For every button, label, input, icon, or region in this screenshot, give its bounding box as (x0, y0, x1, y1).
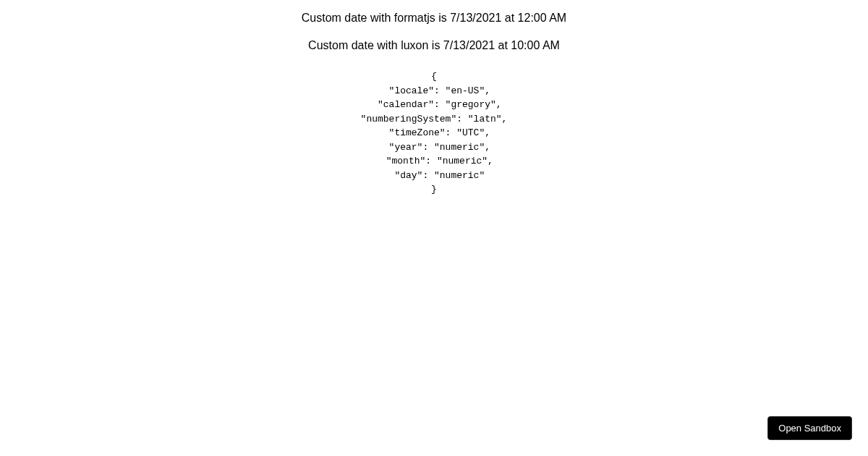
open-sandbox-button[interactable]: Open Sandbox (767, 416, 852, 440)
main-content: Custom date with formatjs is 7/13/2021 a… (0, 0, 868, 197)
formatjs-output-line: Custom date with formatjs is 7/13/2021 a… (0, 12, 868, 25)
json-options-dump: { "locale": "en-US", "calendar": "gregor… (361, 69, 508, 197)
luxon-output-line: Custom date with luxon is 7/13/2021 at 1… (0, 39, 868, 52)
